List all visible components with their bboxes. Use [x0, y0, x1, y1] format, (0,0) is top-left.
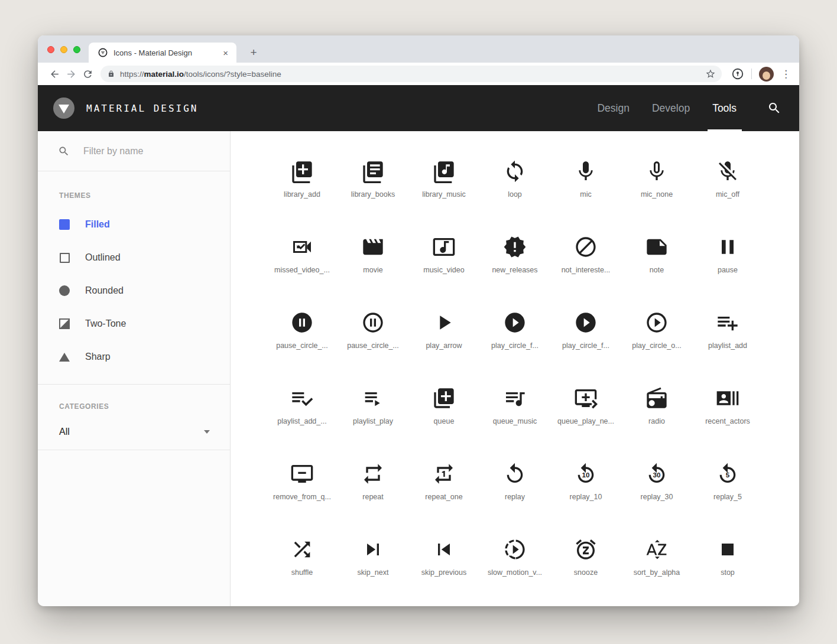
nav-develop[interactable]: Develop	[652, 85, 690, 131]
icon-cell-mic_none[interactable]: mic_none	[621, 157, 692, 233]
brand-title[interactable]: MATERIAL DESIGN	[86, 103, 199, 114]
tab-close-icon[interactable]: ×	[220, 48, 231, 58]
icon-cell-play_circle_outline[interactable]: play_circle_o...	[621, 308, 692, 384]
browser-window: Icons - Material Design × + https://mate…	[38, 35, 799, 606]
sharp-theme-icon	[59, 352, 70, 362]
icon-label: pause_circle_...	[347, 341, 399, 350]
icon-cell-library_music[interactable]: library_music	[408, 157, 479, 233]
replay_10-icon: 10	[574, 462, 598, 486]
bookmark-star-icon[interactable]	[705, 69, 716, 79]
browser-menu-icon[interactable]: ⋮	[781, 69, 791, 79]
icon-cell-note[interactable]: note	[621, 233, 692, 308]
nav-design[interactable]: Design	[597, 85, 629, 131]
icon-label: recent_actors	[705, 417, 750, 425]
icon-label: replay_5	[713, 493, 742, 501]
close-window-button[interactable]	[47, 46, 54, 53]
chevron-down-icon	[204, 430, 210, 434]
icon-cell-pause_circle_filled[interactable]: pause_circle_...	[267, 308, 338, 384]
browser-toolbar: https://material.io/tools/icons/?style=b…	[38, 63, 799, 85]
icon-cell-sort_by_alpha[interactable]: sort_by_alpha	[621, 535, 692, 606]
new-tab-button[interactable]: +	[246, 45, 261, 60]
icon-cell-queue_play_next[interactable]: queue_play_ne...	[550, 384, 621, 460]
category-select[interactable]: All	[38, 424, 230, 440]
toolbar-separator	[751, 69, 752, 79]
theme-item-two-tone[interactable]: Two-Tone	[38, 307, 230, 340]
icon-cell-replay_30[interactable]: 30replay_30	[621, 460, 692, 535]
icon-cell-not_interested[interactable]: not_intereste...	[550, 233, 621, 308]
icon-label: slow_motion_v...	[488, 568, 542, 577]
theme-item-rounded[interactable]: Rounded	[38, 274, 230, 307]
icon-cell-shuffle[interactable]: shuffle	[267, 535, 338, 606]
themes-label: THEMES	[38, 191, 230, 200]
icon-cell-replay_5[interactable]: 5replay_5	[692, 460, 763, 535]
queue_play_next-icon	[574, 386, 598, 410]
pause-icon	[716, 235, 739, 259]
icon-cell-pause_circle_outline[interactable]: pause_circle_...	[338, 308, 408, 384]
icon-cell-missed_video_call[interactable]: missed_video_...	[267, 233, 338, 308]
icon-cell-pause[interactable]: pause	[692, 233, 763, 308]
play_circle_filled_white-icon	[574, 311, 598, 334]
icon-cell-library_books[interactable]: library_books	[338, 157, 408, 233]
category-value: All	[59, 427, 204, 437]
snooze-icon	[574, 538, 598, 561]
icon-cell-radio[interactable]: radio	[621, 384, 692, 460]
reload-button[interactable]	[79, 66, 96, 82]
icon-cell-slow_motion_video[interactable]: slow_motion_v...	[479, 535, 550, 606]
icon-cell-new_releases[interactable]: new_releases	[479, 233, 550, 308]
icon-cell-loop[interactable]: loop	[479, 157, 550, 233]
icon-cell-repeat[interactable]: repeat	[338, 460, 408, 535]
stop-icon	[716, 538, 739, 561]
icon-cell-play_arrow[interactable]: play_arrow	[408, 308, 479, 384]
icon-cell-library_add[interactable]: library_add	[267, 157, 338, 233]
zoom-window-button[interactable]	[73, 46, 80, 53]
icon-cell-repeat_one[interactable]: repeat_one	[408, 460, 479, 535]
back-button[interactable]	[46, 66, 63, 82]
nav-tools[interactable]: Tools	[712, 85, 737, 131]
address-bar[interactable]: https://material.io/tools/icons/?style=b…	[100, 66, 722, 82]
icon-cell-play_circle_filled[interactable]: play_circle_f...	[479, 308, 550, 384]
theme-item-filled[interactable]: Filled	[38, 208, 230, 241]
theme-item-outlined[interactable]: Outlined	[38, 241, 230, 274]
icon-label: radio	[648, 417, 665, 425]
rounded-theme-icon	[59, 285, 70, 296]
icon-cell-playlist_play[interactable]: playlist_play	[338, 384, 408, 460]
icon-cell-playlist_add_check[interactable]: playlist_add_...	[267, 384, 338, 460]
icon-cell-replay[interactable]: replay	[479, 460, 550, 535]
icon-label: music_video	[423, 266, 464, 274]
shuffle-icon	[290, 538, 314, 561]
theme-item-sharp[interactable]: Sharp	[38, 340, 230, 373]
page-content: THEMES Filled Outlined Rounded	[38, 131, 799, 606]
header-search-icon[interactable]	[767, 101, 781, 115]
window-controls	[47, 46, 80, 53]
browser-tab[interactable]: Icons - Material Design ×	[89, 43, 236, 63]
forward-button[interactable]	[63, 66, 79, 82]
icon-cell-snooze[interactable]: snooze	[550, 535, 621, 606]
sidebar: THEMES Filled Outlined Rounded	[38, 131, 231, 606]
icon-cell-stop[interactable]: stop	[692, 535, 763, 606]
playlist_add-icon	[716, 311, 739, 334]
icon-cell-skip_previous[interactable]: skip_previous	[408, 535, 479, 606]
extension-icon[interactable]	[731, 67, 744, 80]
icon-cell-playlist_add[interactable]: playlist_add	[692, 308, 763, 384]
icon-cell-replay_10[interactable]: 10replay_10	[550, 460, 621, 535]
icon-label: snooze	[574, 568, 598, 577]
icon-label: play_circle_o...	[632, 341, 681, 350]
library_music-icon	[432, 160, 456, 183]
icon-cell-mic_off[interactable]: mic_off	[692, 157, 763, 233]
icon-cell-recent_actors[interactable]: recent_actors	[692, 384, 763, 460]
sort_by_alpha-icon	[645, 538, 669, 561]
icon-cell-play_circle_filled_white[interactable]: play_circle_f...	[550, 308, 621, 384]
icon-cell-movie[interactable]: movie	[338, 233, 408, 308]
forward-icon	[66, 69, 77, 80]
filter-input[interactable]	[83, 146, 216, 157]
icon-cell-queue_music[interactable]: queue_music	[479, 384, 550, 460]
icon-cell-remove_from_queue[interactable]: remove_from_q...	[267, 460, 338, 535]
icon-cell-mic[interactable]: mic	[550, 157, 621, 233]
icon-cell-music_video[interactable]: music_video	[408, 233, 479, 308]
icon-cell-queue[interactable]: queue	[408, 384, 479, 460]
material-design-logo-icon[interactable]	[53, 97, 74, 119]
icon-cell-skip_next[interactable]: skip_next	[338, 535, 408, 606]
profile-avatar[interactable]	[759, 67, 774, 82]
repeat_one-icon	[432, 462, 456, 486]
minimize-window-button[interactable]	[60, 46, 67, 53]
